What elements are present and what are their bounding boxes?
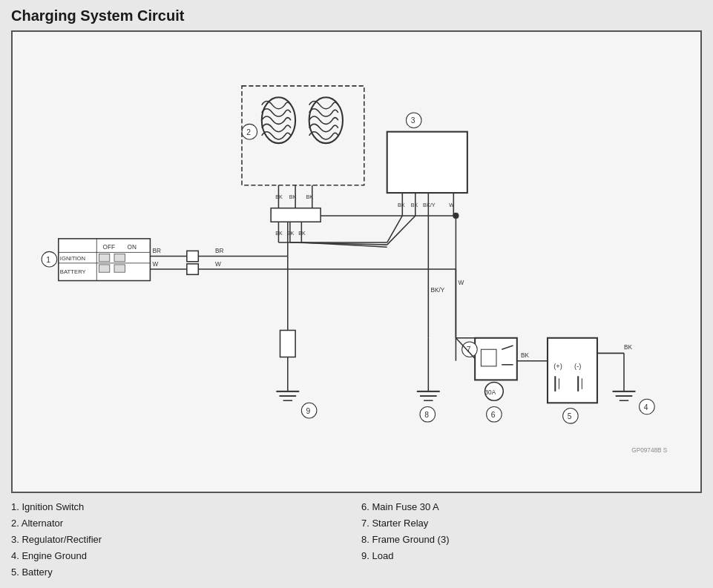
legend-item-5: 5. Battery — [11, 564, 352, 581]
svg-text:BR: BR — [152, 248, 160, 254]
page-title: Charging System Circuit — [11, 7, 702, 24]
svg-text:BK: BK — [275, 194, 283, 200]
page: Charging System Circuit OFF ON IGNITION … — [0, 0, 713, 588]
circuit-diagram: OFF ON IGNITION BATTERY 1 BR BR — [13, 32, 700, 492]
svg-text:BK: BK — [275, 230, 283, 237]
svg-rect-51 — [387, 132, 467, 193]
svg-rect-17 — [187, 251, 198, 261]
svg-text:1: 1 — [46, 256, 50, 264]
svg-text:OFF: OFF — [103, 244, 115, 251]
svg-text:BATTERY: BATTERY — [60, 268, 86, 275]
svg-text:BK/Y: BK/Y — [423, 202, 436, 208]
svg-rect-22 — [187, 264, 198, 274]
svg-text:BK: BK — [398, 202, 405, 208]
svg-rect-71 — [280, 330, 296, 357]
legend-item-1: 1. Ignition Switch — [11, 499, 352, 515]
svg-rect-9 — [114, 254, 125, 261]
svg-rect-12 — [114, 265, 125, 272]
svg-text:W: W — [152, 261, 158, 268]
svg-text:ON: ON — [128, 244, 137, 251]
svg-text:8: 8 — [424, 411, 429, 419]
svg-text:W: W — [215, 261, 221, 268]
legend-item-8: 8. Frame Ground (3) — [361, 532, 702, 548]
legend-item-6: 6. Main Fuse 30 A — [361, 499, 702, 515]
svg-rect-8 — [99, 254, 109, 261]
svg-text:BK: BK — [287, 230, 295, 237]
legend-item-2: 2. Alternator — [11, 515, 352, 532]
svg-text:BK: BK — [298, 230, 306, 237]
svg-text:9: 9 — [306, 407, 311, 415]
svg-text:W: W — [449, 202, 454, 208]
svg-text:BR: BR — [215, 248, 223, 254]
svg-text:5: 5 — [568, 412, 572, 420]
legend-item-9: 9. Load — [361, 548, 702, 564]
svg-text:4: 4 — [644, 403, 648, 412]
svg-text:BK: BK — [289, 194, 297, 200]
svg-text:IGNITION: IGNITION — [60, 255, 85, 262]
svg-rect-98 — [548, 338, 597, 403]
svg-text:(+): (+) — [553, 363, 562, 370]
svg-text:BK: BK — [411, 202, 418, 208]
svg-text:GP09748B S: GP09748B S — [631, 447, 668, 454]
svg-text:BK: BK — [306, 194, 314, 200]
legend-item-7: 7. Starter Relay — [361, 515, 702, 532]
svg-text:6: 6 — [491, 411, 496, 419]
svg-text:W: W — [458, 280, 464, 286]
svg-text:(-): (-) — [574, 363, 581, 370]
svg-text:30A: 30A — [485, 389, 496, 396]
svg-text:3: 3 — [411, 116, 415, 125]
svg-text:2: 2 — [246, 128, 251, 136]
svg-rect-11 — [99, 265, 109, 272]
svg-text:BK/Y: BK/Y — [430, 287, 444, 294]
diagram-container: OFF ON IGNITION BATTERY 1 BR BR — [11, 30, 702, 493]
svg-rect-39 — [271, 208, 321, 222]
legend-item-3: 3. Regulator/Rectifier — [11, 532, 352, 548]
legend: 1. Ignition Switch 2. Alternator 3. Regu… — [11, 499, 702, 581]
svg-text:BK: BK — [521, 352, 529, 359]
svg-text:BK: BK — [624, 344, 632, 351]
legend-item-4: 4. Engine Ground — [11, 548, 352, 564]
